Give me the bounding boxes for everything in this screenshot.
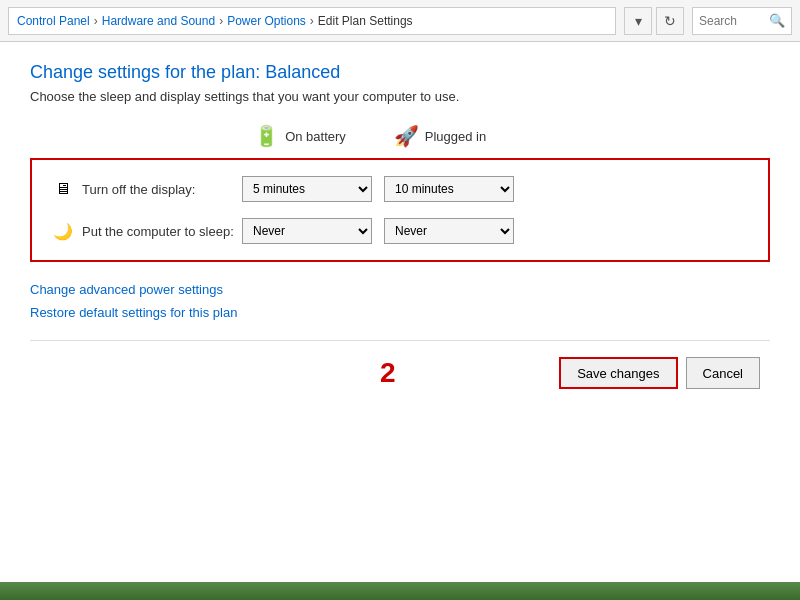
breadcrumb-power-options[interactable]: Power Options xyxy=(227,14,306,28)
battery-label: On battery xyxy=(285,129,346,144)
refresh-button[interactable]: ↻ xyxy=(656,7,684,35)
sleep-plugged-select[interactable]: Never 1 minute 2 minutes 5 minutes 10 mi… xyxy=(384,218,514,244)
action-links: Change advanced power settings Restore d… xyxy=(30,282,770,320)
settings-container: 1 🖥 Turn off the display: 5 minutes 1 mi… xyxy=(30,158,770,262)
address-bar: Control Panel › Hardware and Sound › Pow… xyxy=(0,0,800,42)
display-plugged-select[interactable]: 10 minutes 1 minute 2 minutes 3 minutes … xyxy=(384,176,514,202)
display-label: Turn off the display: xyxy=(82,182,242,197)
sleep-setting-row: 🌙 Put the computer to sleep: Never 1 min… xyxy=(52,218,748,244)
advanced-settings-link[interactable]: Change advanced power settings xyxy=(30,282,770,297)
plugged-icon: 🚀 xyxy=(394,124,419,148)
page-title: Change settings for the plan: Balanced xyxy=(30,62,770,83)
display-battery-select[interactable]: 5 minutes 1 minute 2 minutes 3 minutes 4… xyxy=(242,176,372,202)
display-setting-row: 🖥 Turn off the display: 5 minutes 1 minu… xyxy=(52,176,748,202)
plugged-label: Plugged in xyxy=(425,129,486,144)
breadcrumb-edit-plan: Edit Plan Settings xyxy=(318,14,413,28)
annotation-2: 2 xyxy=(380,357,396,389)
breadcrumb-control-panel[interactable]: Control Panel xyxy=(17,14,90,28)
cancel-button[interactable]: Cancel xyxy=(686,357,760,389)
taskbar xyxy=(0,582,800,600)
nav-buttons: ▾ ↻ xyxy=(624,7,684,35)
search-box[interactable]: 🔍 xyxy=(692,7,792,35)
sleep-label: Put the computer to sleep: xyxy=(82,224,242,239)
dropdown-button[interactable]: ▾ xyxy=(624,7,652,35)
breadcrumb-hardware-sound[interactable]: Hardware and Sound xyxy=(102,14,215,28)
page-subtitle: Choose the sleep and display settings th… xyxy=(30,89,770,104)
main-content: Change settings for the plan: Balanced C… xyxy=(0,42,800,600)
breadcrumb-sep-3: › xyxy=(310,14,314,28)
settings-box: 🖥 Turn off the display: 5 minutes 1 minu… xyxy=(30,158,770,262)
restore-defaults-link[interactable]: Restore default settings for this plan xyxy=(30,305,770,320)
battery-column-header: 🔋 On battery xyxy=(230,124,370,148)
sleep-icon: 🌙 xyxy=(52,220,74,242)
column-headers: 🔋 On battery 🚀 Plugged in xyxy=(230,124,770,148)
sleep-selects: Never 1 minute 2 minutes 5 minutes 10 mi… xyxy=(242,218,514,244)
display-selects: 5 minutes 1 minute 2 minutes 3 minutes 4… xyxy=(242,176,514,202)
breadcrumb: Control Panel › Hardware and Sound › Pow… xyxy=(8,7,616,35)
button-row: 2 Save changes Cancel xyxy=(30,357,770,389)
annotation-1: 1 xyxy=(0,194,1,226)
display-icon: 🖥 xyxy=(52,178,74,200)
save-changes-button[interactable]: Save changes xyxy=(559,357,677,389)
breadcrumb-sep-2: › xyxy=(219,14,223,28)
sleep-battery-select[interactable]: Never 1 minute 2 minutes 5 minutes 10 mi… xyxy=(242,218,372,244)
breadcrumb-sep-1: › xyxy=(94,14,98,28)
battery-icon: 🔋 xyxy=(254,124,279,148)
plugged-column-header: 🚀 Plugged in xyxy=(370,124,510,148)
search-icon: 🔍 xyxy=(769,13,785,28)
divider xyxy=(30,340,770,341)
search-input[interactable] xyxy=(699,14,769,28)
